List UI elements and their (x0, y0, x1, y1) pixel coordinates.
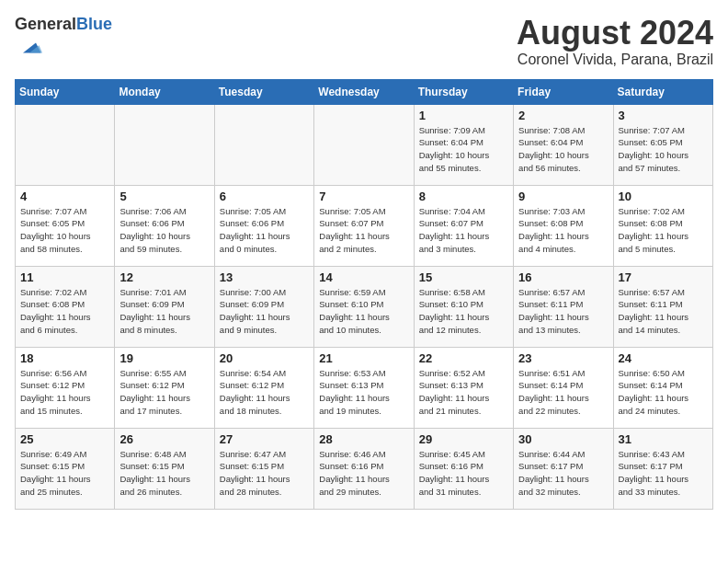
header-monday: Monday (115, 79, 214, 104)
day-info: Sunrise: 6:54 AM Sunset: 6:12 PM Dayligh… (220, 367, 309, 418)
day-number: 12 (119, 270, 209, 284)
calendar-cell: 5Sunrise: 7:06 AM Sunset: 6:06 PM Daylig… (115, 185, 214, 266)
calendar-cell: 8Sunrise: 7:04 AM Sunset: 6:07 PM Daylig… (414, 185, 513, 266)
day-number: 6 (220, 190, 309, 203)
calendar-cell: 28Sunrise: 6:46 AM Sunset: 6:16 PM Dayli… (314, 428, 414, 509)
calendar-cell: 16Sunrise: 6:57 AM Sunset: 6:11 PM Dayli… (514, 266, 613, 347)
day-info: Sunrise: 6:58 AM Sunset: 6:10 PM Dayligh… (419, 286, 508, 337)
day-number: 2 (518, 109, 608, 122)
day-info: Sunrise: 6:51 AM Sunset: 6:14 PM Dayligh… (518, 367, 608, 418)
day-info: Sunrise: 7:06 AM Sunset: 6:06 PM Dayligh… (119, 205, 209, 256)
day-number: 15 (419, 270, 508, 284)
day-info: Sunrise: 6:48 AM Sunset: 6:15 PM Dayligh… (119, 448, 209, 499)
calendar-cell: 30Sunrise: 6:44 AM Sunset: 6:17 PM Dayli… (514, 428, 613, 509)
header-sunday: Sunday (16, 79, 115, 104)
calendar-cell: 6Sunrise: 7:05 AM Sunset: 6:06 PM Daylig… (214, 185, 313, 266)
day-info: Sunrise: 7:05 AM Sunset: 6:06 PM Dayligh… (220, 205, 309, 256)
calendar-cell: 2Sunrise: 7:08 AM Sunset: 6:04 PM Daylig… (514, 104, 613, 185)
calendar-cell: 27Sunrise: 6:47 AM Sunset: 6:15 PM Dayli… (214, 428, 313, 509)
day-info: Sunrise: 6:47 AM Sunset: 6:15 PM Dayligh… (220, 448, 309, 499)
header-thursday: Thursday (414, 79, 513, 104)
day-number: 25 (20, 432, 109, 446)
day-info: Sunrise: 7:09 AM Sunset: 6:04 PM Dayligh… (419, 124, 508, 175)
calendar-cell: 19Sunrise: 6:55 AM Sunset: 6:12 PM Dayli… (115, 347, 214, 428)
page-header: GeneralBlue August 2024 Coronel Vivida, … (15, 15, 713, 68)
calendar-cell: 29Sunrise: 6:45 AM Sunset: 6:16 PM Dayli… (414, 428, 513, 509)
calendar-cell: 11Sunrise: 7:02 AM Sunset: 6:08 PM Dayli… (16, 266, 115, 347)
calendar-cell: 26Sunrise: 6:48 AM Sunset: 6:15 PM Dayli… (115, 428, 214, 509)
day-info: Sunrise: 6:56 AM Sunset: 6:12 PM Dayligh… (20, 367, 109, 418)
day-number: 1 (419, 109, 508, 122)
day-info: Sunrise: 7:08 AM Sunset: 6:04 PM Dayligh… (518, 124, 608, 175)
calendar-cell: 12Sunrise: 7:01 AM Sunset: 6:09 PM Dayli… (115, 266, 214, 347)
calendar-cell: 1Sunrise: 7:09 AM Sunset: 6:04 PM Daylig… (414, 104, 513, 185)
day-number: 14 (319, 270, 408, 284)
day-info: Sunrise: 7:03 AM Sunset: 6:08 PM Dayligh… (518, 205, 608, 256)
calendar-cell: 18Sunrise: 6:56 AM Sunset: 6:12 PM Dayli… (16, 347, 115, 428)
header-row: SundayMondayTuesdayWednesdayThursdayFrid… (16, 79, 713, 104)
day-number: 9 (518, 190, 608, 203)
location: Coronel Vivida, Parana, Brazil (517, 52, 713, 68)
day-info: Sunrise: 7:07 AM Sunset: 6:05 PM Dayligh… (619, 124, 708, 175)
day-number: 26 (119, 432, 209, 446)
day-info: Sunrise: 6:57 AM Sunset: 6:11 PM Dayligh… (518, 286, 608, 337)
calendar-table: SundayMondayTuesdayWednesdayThursdayFrid… (15, 79, 713, 510)
logo: GeneralBlue (15, 15, 112, 64)
logo-blue: Blue (76, 15, 112, 33)
day-number: 21 (319, 351, 408, 365)
day-info: Sunrise: 6:59 AM Sunset: 6:10 PM Dayligh… (319, 286, 408, 337)
calendar-cell (214, 104, 313, 185)
month-title: August 2024 (517, 15, 713, 52)
day-info: Sunrise: 6:43 AM Sunset: 6:17 PM Dayligh… (619, 448, 708, 499)
day-info: Sunrise: 6:52 AM Sunset: 6:13 PM Dayligh… (419, 367, 508, 418)
header-friday: Friday (514, 79, 613, 104)
calendar-cell: 23Sunrise: 6:51 AM Sunset: 6:14 PM Dayli… (514, 347, 613, 428)
week-row-4: 18Sunrise: 6:56 AM Sunset: 6:12 PM Dayli… (16, 347, 713, 428)
calendar-cell: 7Sunrise: 7:05 AM Sunset: 6:07 PM Daylig… (314, 185, 414, 266)
calendar-cell: 20Sunrise: 6:54 AM Sunset: 6:12 PM Dayli… (214, 347, 313, 428)
day-info: Sunrise: 7:07 AM Sunset: 6:05 PM Dayligh… (20, 205, 109, 256)
day-number: 24 (619, 351, 708, 365)
day-number: 10 (619, 190, 708, 203)
day-number: 4 (20, 190, 109, 203)
week-row-3: 11Sunrise: 7:02 AM Sunset: 6:08 PM Dayli… (16, 266, 713, 347)
day-number: 30 (518, 432, 608, 446)
calendar-cell: 22Sunrise: 6:52 AM Sunset: 6:13 PM Dayli… (414, 347, 513, 428)
week-row-5: 25Sunrise: 6:49 AM Sunset: 6:15 PM Dayli… (16, 428, 713, 509)
day-number: 31 (619, 432, 708, 446)
day-number: 29 (419, 432, 508, 446)
day-info: Sunrise: 6:50 AM Sunset: 6:14 PM Dayligh… (619, 367, 708, 418)
day-number: 7 (319, 190, 408, 203)
day-number: 22 (419, 351, 508, 365)
calendar-cell: 13Sunrise: 7:00 AM Sunset: 6:09 PM Dayli… (214, 266, 313, 347)
day-number: 28 (319, 432, 408, 446)
day-info: Sunrise: 6:46 AM Sunset: 6:16 PM Dayligh… (319, 448, 408, 499)
logo-icon (17, 35, 42, 61)
header-saturday: Saturday (613, 79, 712, 104)
calendar-cell: 14Sunrise: 6:59 AM Sunset: 6:10 PM Dayli… (314, 266, 414, 347)
day-number: 20 (220, 351, 309, 365)
day-number: 8 (419, 190, 508, 203)
day-info: Sunrise: 7:02 AM Sunset: 6:08 PM Dayligh… (20, 286, 109, 337)
calendar-cell: 3Sunrise: 7:07 AM Sunset: 6:05 PM Daylig… (613, 104, 712, 185)
calendar-cell: 24Sunrise: 6:50 AM Sunset: 6:14 PM Dayli… (613, 347, 712, 428)
calendar-cell: 15Sunrise: 6:58 AM Sunset: 6:10 PM Dayli… (414, 266, 513, 347)
week-row-2: 4Sunrise: 7:07 AM Sunset: 6:05 PM Daylig… (16, 185, 713, 266)
calendar-cell (16, 104, 115, 185)
logo-general: General (15, 15, 76, 33)
day-number: 23 (518, 351, 608, 365)
calendar-cell: 21Sunrise: 6:53 AM Sunset: 6:13 PM Dayli… (314, 347, 414, 428)
day-info: Sunrise: 7:00 AM Sunset: 6:09 PM Dayligh… (220, 286, 309, 337)
calendar-cell: 25Sunrise: 6:49 AM Sunset: 6:15 PM Dayli… (16, 428, 115, 509)
calendar-cell: 17Sunrise: 6:57 AM Sunset: 6:11 PM Dayli… (613, 266, 712, 347)
header-wednesday: Wednesday (314, 79, 414, 104)
calendar-cell (314, 104, 414, 185)
day-number: 17 (619, 270, 708, 284)
calendar-cell: 10Sunrise: 7:02 AM Sunset: 6:08 PM Dayli… (613, 185, 712, 266)
day-info: Sunrise: 7:05 AM Sunset: 6:07 PM Dayligh… (319, 205, 408, 256)
day-info: Sunrise: 7:01 AM Sunset: 6:09 PM Dayligh… (119, 286, 209, 337)
calendar-cell (115, 104, 214, 185)
header-tuesday: Tuesday (214, 79, 313, 104)
day-number: 27 (220, 432, 309, 446)
day-info: Sunrise: 6:45 AM Sunset: 6:16 PM Dayligh… (419, 448, 508, 499)
